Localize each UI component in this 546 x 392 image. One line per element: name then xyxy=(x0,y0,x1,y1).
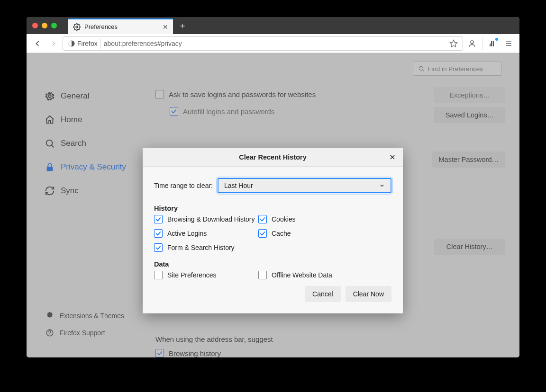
tab-title: Preferences xyxy=(84,23,159,30)
time-range-select[interactable]: Last Hour xyxy=(218,178,391,193)
svg-rect-5 xyxy=(493,41,494,46)
identity-box[interactable]: Firefox xyxy=(65,38,101,49)
checkbox-label: Site Preferences xyxy=(167,271,217,279)
checkbox-label: Offline Website Data xyxy=(272,271,332,279)
library-icon[interactable] xyxy=(485,36,500,51)
forward-button[interactable] xyxy=(46,36,61,51)
checkbox-offline-website-data[interactable]: Offline Website Data xyxy=(258,271,391,279)
url-input[interactable] xyxy=(104,40,444,47)
minimize-window-button[interactable] xyxy=(42,23,47,28)
checkbox-active-logins[interactable]: Active Logins xyxy=(154,229,258,238)
toolbar: Firefox xyxy=(27,34,519,53)
chevron-down-icon xyxy=(379,183,385,188)
back-button[interactable] xyxy=(30,36,45,51)
dialog-title: Clear Recent History xyxy=(239,153,307,161)
new-tab-button[interactable]: ＋ xyxy=(174,17,191,34)
clear-now-button[interactable]: Clear Now xyxy=(346,286,391,302)
checkbox-cookies[interactable]: Cookies xyxy=(258,215,391,223)
browser-window: Preferences ✕ ＋ Firefox xyxy=(27,17,519,357)
checkbox-cache[interactable]: Cache xyxy=(258,229,391,238)
cancel-button[interactable]: Cancel xyxy=(305,286,341,302)
checkbox-label: Cookies xyxy=(272,215,296,223)
window-controls xyxy=(32,23,57,28)
checkbox-site-preferences[interactable]: Site Preferences xyxy=(154,271,258,279)
dialog-titlebar: Clear Recent History xyxy=(143,148,403,167)
menu-icon[interactable] xyxy=(501,36,516,51)
account-icon[interactable] xyxy=(465,36,479,51)
close-window-button[interactable] xyxy=(32,23,38,28)
preferences-content: Find in Preferences General Home Search … xyxy=(27,53,519,357)
tab-preferences[interactable]: Preferences ✕ xyxy=(68,18,173,34)
time-range-label: Time range to clear: xyxy=(154,182,213,189)
checkbox-form-search-history[interactable]: Form & Search History xyxy=(154,243,258,252)
bookmark-star-icon[interactable] xyxy=(446,36,461,51)
checkbox-label: Active Logins xyxy=(167,230,207,237)
tabstrip: Preferences ✕ ＋ xyxy=(27,17,519,34)
svg-rect-6 xyxy=(490,44,491,46)
identity-label: Firefox xyxy=(77,40,98,47)
checkbox-browsing-download-history[interactable]: Browsing & Download History xyxy=(154,215,258,223)
section-history-header: History xyxy=(154,205,391,212)
section-data-header: Data xyxy=(154,260,391,268)
maximize-window-button[interactable] xyxy=(51,23,57,28)
checkbox-label: Cache xyxy=(272,230,291,237)
toolbar-separator xyxy=(482,37,482,50)
svg-marker-2 xyxy=(450,40,457,46)
gear-icon xyxy=(73,23,81,31)
svg-rect-4 xyxy=(491,41,492,46)
svg-point-0 xyxy=(76,26,78,28)
tab-close-icon[interactable]: ✕ xyxy=(163,23,168,31)
clear-history-dialog: Clear Recent History Time range to clear… xyxy=(143,148,403,313)
time-range-value: Last Hour xyxy=(224,182,253,189)
checkbox-label: Form & Search History xyxy=(167,244,235,251)
svg-point-3 xyxy=(471,41,473,44)
dialog-close-button[interactable] xyxy=(387,151,398,163)
dialog-body: Time range to clear: Last Hour History B… xyxy=(143,167,403,313)
checkbox-label: Browsing & Download History xyxy=(167,215,255,223)
url-bar[interactable]: Firefox xyxy=(63,36,463,51)
